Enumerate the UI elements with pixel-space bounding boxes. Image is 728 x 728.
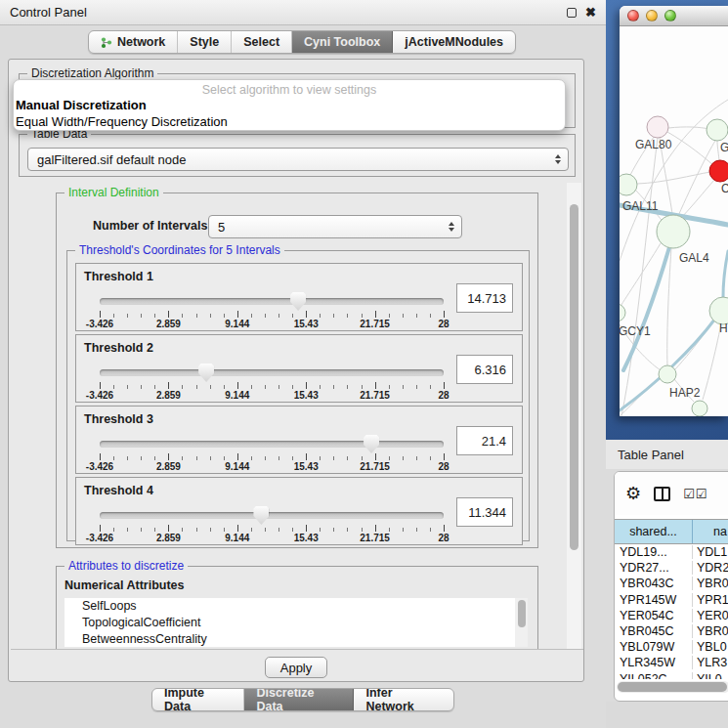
slider-track[interactable] xyxy=(100,369,444,376)
threshold-3-slider[interactable]: -3.4262.8599.14415.4321.71528 xyxy=(100,434,444,471)
scale-tick-label: -3.426 xyxy=(86,319,113,329)
popup-header: Select algorithm to view settings xyxy=(14,80,565,97)
node-top-right[interactable] xyxy=(707,119,728,141)
node-gcy1[interactable] xyxy=(620,304,625,321)
tab-cyni-toolbox[interactable]: Cyni Toolbox xyxy=(292,31,393,53)
float-window-icon[interactable] xyxy=(567,8,577,18)
column-header-shared-name[interactable]: shared... xyxy=(615,520,693,543)
tab-impute-data[interactable]: Impute Data xyxy=(152,689,244,710)
tab-label: Impute Data xyxy=(164,688,232,711)
apply-button[interactable]: Apply xyxy=(265,657,327,678)
group-title: Threshold's Coordinates for 5 Intervals xyxy=(75,243,284,257)
table-row[interactable]: YBL079WYBL0 xyxy=(615,639,728,655)
threshold-4-slider[interactable]: -3.4262.8599.14415.4321.71528 xyxy=(100,505,444,542)
tab-style[interactable]: Style xyxy=(178,31,232,53)
network-window-titlebar[interactable] xyxy=(620,6,728,26)
column-header-name[interactable]: na xyxy=(693,520,728,543)
close-icon[interactable]: ✖ xyxy=(585,8,596,18)
table-row[interactable]: YBR043CYBR0 xyxy=(615,576,728,591)
numerical-attributes-list[interactable]: SelfLoopsTopologicalCoefficientBetweenne… xyxy=(64,598,528,647)
threshold-4-box: Threshold 4 -3.4262.8599.14415.4321.7152… xyxy=(75,477,523,545)
tab-jactivemnodules[interactable]: jActiveMNodules xyxy=(393,31,515,53)
slider-thumb[interactable] xyxy=(364,435,379,453)
table-data-combobox[interactable]: galFiltered.sif default node xyxy=(27,148,569,171)
edge xyxy=(668,127,709,129)
popup-item-equal-width-frequency[interactable]: Equal Width/Frequency Discretization xyxy=(14,113,565,130)
scale-tick-label: 15.43 xyxy=(294,461,319,472)
list-item[interactable]: SelfLoops xyxy=(64,598,528,615)
slider-track[interactable] xyxy=(100,298,444,305)
scrollbar-thumb[interactable] xyxy=(518,600,526,627)
scale-tick-label: -3.426 xyxy=(86,461,113,472)
scrollbar-thumb[interactable] xyxy=(570,204,578,550)
table-row[interactable]: YIL052CYIL0 xyxy=(615,671,728,680)
gear-icon[interactable]: ⚙ xyxy=(625,485,641,502)
slider-track[interactable] xyxy=(100,512,444,519)
tab-infer-network[interactable]: Infer Network xyxy=(354,689,453,710)
scale-tick-label: 9.144 xyxy=(225,533,249,543)
tab-network[interactable]: Network xyxy=(89,31,178,53)
node-label-c-partial: C xyxy=(721,182,728,195)
settings-scrollbar[interactable] xyxy=(567,183,581,650)
node-gal11[interactable] xyxy=(620,174,637,195)
threshold-1-value-field[interactable]: 14.713 xyxy=(456,283,513,313)
node-red-selected[interactable] xyxy=(709,160,728,182)
table-row[interactable]: YLR345WYLR3 xyxy=(615,655,728,670)
scale-tick-label: 21.715 xyxy=(360,319,390,329)
slider-thumb[interactable] xyxy=(253,506,269,525)
table-row[interactable]: YER054CYER0 xyxy=(615,608,728,623)
threshold-2-box: Threshold 2 -3.4262.8599.14415.4321.7152… xyxy=(75,334,523,403)
table-horizontal-scrollbar[interactable] xyxy=(617,681,728,693)
scale-tick-label: 28 xyxy=(438,461,449,472)
threshold-3-value-field[interactable]: 21.4 xyxy=(456,426,513,455)
node-bottom[interactable] xyxy=(692,401,707,416)
slider-thumb[interactable] xyxy=(198,364,214,382)
thick-edge xyxy=(723,251,728,297)
number-of-intervals-combobox[interactable]: 5 xyxy=(208,215,462,238)
node-gal4[interactable] xyxy=(657,215,690,248)
mac-close-button[interactable] xyxy=(627,10,639,21)
slider-thumb[interactable] xyxy=(290,292,306,311)
tab-discretize-data[interactable]: Discretize Data xyxy=(244,689,354,710)
select-columns-icon[interactable]: ☑☑ xyxy=(683,487,707,501)
edge xyxy=(667,248,671,365)
node-gal80[interactable] xyxy=(647,116,668,138)
threshold-1-box: Threshold 1 -3.4262.8599.14415.4321.7152… xyxy=(75,263,523,331)
mac-zoom-button[interactable] xyxy=(664,10,676,21)
tab-label: Discretize Data xyxy=(256,688,341,711)
network-canvas[interactable]: GAL80 G C GAL11 GAL4 GCY1 H HAP2 xyxy=(620,26,728,416)
split-pane-icon[interactable] xyxy=(654,487,670,501)
thresholds-group: Threshold's Coordinates for 5 Intervals … xyxy=(66,250,530,541)
bottom-tab-bar: Impute Data Discretize Data Infer Networ… xyxy=(151,688,454,711)
combo-value: 5 xyxy=(218,220,225,235)
table-row[interactable]: YDR27...YDR2 xyxy=(615,560,728,576)
table-cell: YLR3 xyxy=(693,656,727,669)
table-row[interactable]: YPR145WYPR1 xyxy=(615,592,728,608)
mac-minimize-button[interactable] xyxy=(646,10,658,21)
list-item[interactable]: TopologicalCoefficient xyxy=(64,615,528,631)
edge xyxy=(637,172,710,184)
tab-label: Select xyxy=(243,35,279,49)
network-view-window[interactable]: GAL80 G C GAL11 GAL4 GCY1 H HAP2 xyxy=(620,6,728,416)
threshold-2-slider[interactable]: -3.4262.8599.14415.4321.71528 xyxy=(100,363,444,400)
tab-label: Style xyxy=(190,35,219,49)
scrollbar-thumb[interactable] xyxy=(618,682,727,692)
table-body: YDL19...YDL1YDR27...YDR2YBR043CYBR0YPR14… xyxy=(615,544,728,679)
slider-scale-labels: -3.4262.8599.14415.4321.71528 xyxy=(100,533,444,544)
threshold-1-slider[interactable]: -3.4262.8599.14415.4321.71528 xyxy=(100,291,444,328)
slider-track[interactable] xyxy=(100,441,444,448)
group-title: Attributes to discretize xyxy=(64,559,188,573)
table-row[interactable]: YDL19...YDL1 xyxy=(615,544,728,560)
table-cell: YBL0 xyxy=(693,640,727,654)
table-cell: YIL052C xyxy=(615,672,693,679)
threshold-2-value-field[interactable]: 6.316 xyxy=(456,355,513,384)
popup-item-manual-discretization[interactable]: Manual Discretization xyxy=(14,97,565,113)
node-label-gal80: GAL80 xyxy=(635,138,672,151)
table-row[interactable]: YBR045CYBR0 xyxy=(615,623,728,639)
threshold-4-value-field[interactable]: 11.344 xyxy=(456,497,513,527)
node-hap2[interactable] xyxy=(659,365,676,383)
list-item[interactable]: BetweennessCentrality xyxy=(64,631,528,647)
threshold-label: Threshold 4 xyxy=(84,484,153,497)
tab-select[interactable]: Select xyxy=(232,31,292,53)
list-scrollbar[interactable] xyxy=(515,598,528,647)
